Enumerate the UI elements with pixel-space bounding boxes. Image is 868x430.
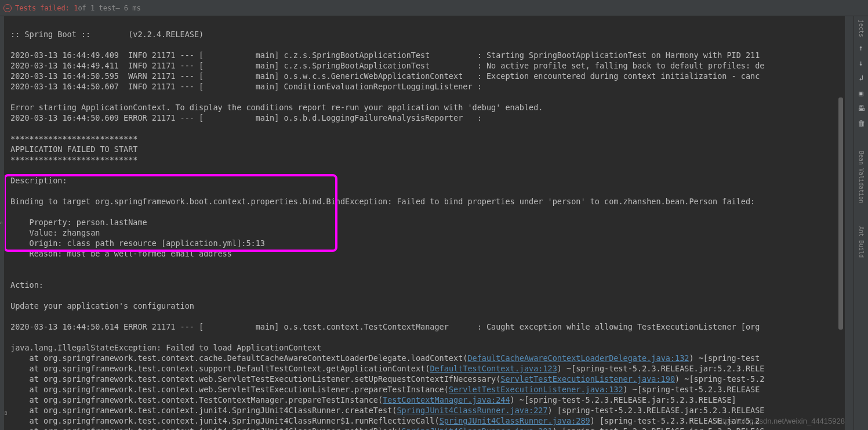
stack-link[interactable]: TestContextManager.java:244 <box>383 395 510 404</box>
stack-tail: ) ~[spring-test-5.2.3.RELEASE.jar:5.2.3.… <box>557 364 765 373</box>
log-line: Action: <box>10 280 43 290</box>
stack-link[interactable]: DefaultTestContext.java:123 <box>430 364 557 373</box>
stack-line: at org.springframework.test.context.cach… <box>10 353 467 363</box>
log-line: 2020-03-13 16:44:50.595 WARN 21171 --- [… <box>10 71 760 81</box>
right-label-bean[interactable]: Bean Validation <box>858 151 865 203</box>
log-line: Reason: must be a well-formed email addr… <box>10 249 232 258</box>
right-toolbar: jects ↑ ↓ ↲ ▣ 🖶 🗑 Bean Validation Ant Bu… <box>854 16 868 430</box>
print-icon[interactable]: 🖶 <box>856 103 866 113</box>
stack-tail: ) ~[spring-test-5.2 <box>675 374 764 384</box>
trash-icon[interactable]: 🗑 <box>856 118 866 128</box>
tests-total: of 1 test <box>78 4 115 12</box>
log-line: *************************** <box>10 134 137 143</box>
tests-duration: – 6 ms <box>115 4 140 12</box>
right-stripe <box>844 16 854 430</box>
stack-link[interactable]: SpringJUnit4ClassRunner.java:289 <box>440 416 590 425</box>
stack-tail: ) [spring-test-5.2.3.RELEASE.jar:5.2.3.R… <box>553 427 765 430</box>
stack-tail: ) ~[spring-test <box>689 353 760 363</box>
stack-link[interactable]: ServletTestExecutionListener.java:190 <box>500 374 675 384</box>
log-line: Property: person.lastName <box>10 218 147 227</box>
stack-link[interactable]: SpringJUnit4ClassRunner.java:227 <box>397 406 547 415</box>
scrollbar-thumb[interactable] <box>838 97 843 330</box>
console-output[interactable]: :: Spring Boot :: (v2.2.4.RELEASE) 2020-… <box>5 16 844 430</box>
log-line: 2020-03-13 16:44:49.409 INFO 21171 --- [… <box>10 50 760 60</box>
stack-line: at org.springframework.test.context.web.… <box>10 385 449 394</box>
log-line: 2020-03-13 16:44:49.411 INFO 21171 --- [… <box>10 61 764 70</box>
log-line: Description: <box>10 176 67 185</box>
wrap-icon[interactable]: ↲ <box>856 73 866 82</box>
fail-icon <box>3 4 12 12</box>
log-line: 2020-03-13 16:44:50.609 ERROR 21171 --- … <box>10 113 486 122</box>
layout-icon[interactable]: ▣ <box>856 88 866 97</box>
stack-line: at org.springframework.test.context.juni… <box>10 427 402 430</box>
tests-failed-count: Tests failed: 1 <box>15 4 78 12</box>
stack-tail: ) [spring-test-5.2.3.RELEASE.jar:5.2.3.R… <box>548 406 765 415</box>
up-arrow-icon[interactable]: ↑ <box>856 43 866 52</box>
log-line: Binding to target org.springframework.bo… <box>10 197 755 206</box>
stack-line: at org.springframework.test.context.Test… <box>10 395 383 404</box>
log-line: 2020-03-13 16:44:50.607 INFO 21171 --- [… <box>10 82 486 91</box>
log-line: Error starting ApplicationContext. To di… <box>10 103 543 112</box>
log-line: *************************** <box>10 155 137 164</box>
log-line: Update your application's configuration <box>10 301 194 310</box>
stack-line: at org.springframework.test.context.juni… <box>10 406 397 415</box>
down-arrow-icon[interactable]: ↓ <box>856 58 866 67</box>
log-line: :: Spring Boot :: (v2.2.4.RELEASE) <box>10 30 204 39</box>
log-line: java.lang.IllegalStateException: Failed … <box>10 343 321 352</box>
log-line: APPLICATION FAILED TO START <box>10 144 137 154</box>
left-gutter-label: s <box>0 16 5 430</box>
stack-line: at org.springframework.test.context.supp… <box>10 364 430 373</box>
stack-link[interactable]: ServletTestExecutionListener.java:132 <box>449 385 623 394</box>
stack-tail: ) ~[spring-test-5.2.3.RELEASE.jar:5.2.3.… <box>510 395 736 404</box>
log-line: Value: zhangsan <box>10 228 100 237</box>
scrollbar-track[interactable] <box>837 16 844 430</box>
log-line: 2020-03-13 16:44:50.614 ERROR 21171 --- … <box>10 322 760 331</box>
stack-tail: ) ~[spring-test-5.2.3.RELEASE <box>623 385 760 394</box>
stack-line: at org.springframework.test.context.juni… <box>10 416 440 425</box>
stack-link[interactable]: SpringJUnit4ClassRunner.java:291 <box>402 427 553 430</box>
expand-fold-icon[interactable]: ⊞ <box>5 408 9 414</box>
right-label-ant[interactable]: Ant Build <box>858 226 865 258</box>
stack-tail: ) [spring-test-5.2.3.RELEASE.jar:5.2 <box>590 416 760 425</box>
right-label-projects[interactable]: jects <box>858 20 865 37</box>
stack-line: at org.springframework.test.context.web.… <box>10 374 500 384</box>
test-status-header: Tests failed: 1 of 1 test – 6 ms <box>0 0 868 16</box>
log-line: Origin: class path resource [application… <box>10 239 265 248</box>
stack-link[interactable]: DefaultCacheAwareContextLoaderDelegate.j… <box>467 353 689 363</box>
